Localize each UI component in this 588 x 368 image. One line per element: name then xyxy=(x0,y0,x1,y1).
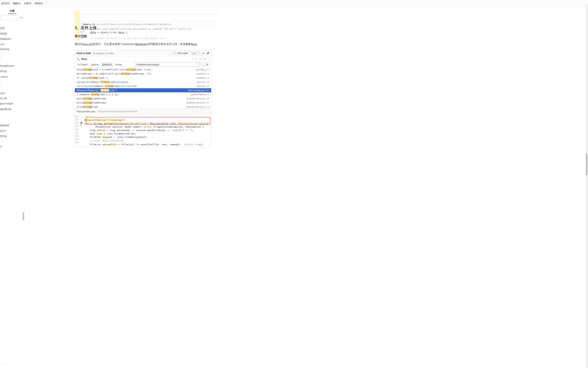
scrollbar-thumb[interactable] xyxy=(586,153,588,175)
outline-item[interactable]: XSS xyxy=(0,91,24,96)
filemask-combo[interactable]: *.java xyxy=(190,52,200,55)
outline-sidebar: 大纲 ✕ 流程 洞挖掘 件漏洞审计 .xml 反序列化 : 列化拿到shell … xyxy=(0,7,24,368)
section-body: 通过对pom.xml的审计，可以看出使用了commons-fileupload,… xyxy=(75,42,581,47)
menu-item-theme[interactable]: 主题(T) xyxy=(22,1,33,6)
find-in-path-panel: Find in Path 52 matches in 11 files File… xyxy=(75,50,211,147)
find-title: Find in Path xyxy=(77,52,91,55)
outline-item[interactable]: 序列化 xyxy=(0,134,24,139)
result-row[interactable]: extraParams = K.undef(self.extraFileUplo… xyxy=(75,72,211,76)
pin-icon[interactable]: 📌 xyxy=(206,52,209,55)
search-icon: 🔍 xyxy=(77,58,80,61)
outline-item[interactable]: 洞挖掘 xyxy=(0,31,24,36)
word-toggle[interactable]: W xyxy=(204,58,206,60)
outline-body: 流程 洞挖掘 件漏洞审计 .xml 反序列化 : 列化拿到shell 序列化 -… xyxy=(0,20,24,363)
outline-item[interactable]: 流程 xyxy=(0,26,24,31)
spring-icon: ⬤ @ xyxy=(80,122,82,126)
clear-icon[interactable]: × xyxy=(192,58,194,60)
link-fileup[interactable]: fileup xyxy=(191,43,197,46)
result-row[interactable]: allowFileUpload = K.undef(self.allowFile… xyxy=(75,67,211,72)
outline-item: : xyxy=(0,83,24,88)
result-row[interactable]: extraFileUploadParamskindeditor-all-min.… xyxy=(75,96,211,101)
code-line: // Attempt to parse using the native JSO… xyxy=(85,37,166,40)
gutter-line: 512 xyxy=(80,37,85,40)
preview-code: */@RequestMapping("fileupload")public St… xyxy=(82,114,212,147)
scope-tab-directory[interactable]: Directory xyxy=(101,63,113,66)
filemask-checkbox[interactable] xyxy=(174,52,176,54)
preview-filepath: src/main/java/cn/gson/oasys/controller/f… xyxy=(97,110,137,113)
text: ,则判断是否存在文件上传，全局搜索 xyxy=(147,43,191,46)
gutter-line: 510 xyxy=(80,31,85,34)
outline-item[interactable]: 列化拿到shell xyxy=(0,63,24,69)
vertical-scrollbar[interactable] xyxy=(586,4,588,368)
code-line: // Make sure leading/trailing whitespace… xyxy=(85,27,192,31)
scope-tab-module[interactable]: Module xyxy=(90,63,100,66)
link-pom-xml[interactable]: pom.xml xyxy=(83,43,93,46)
chevron-right-icon[interactable]: › xyxy=(6,364,8,367)
text: 的审计，可以看出使用了commons- xyxy=(93,43,135,46)
find-match-count: 52 matches in 11 files xyxy=(93,52,114,55)
result-row[interactable]: allowFileUploadkindeditor-all-min.js244 xyxy=(75,105,211,109)
result-row[interactable]: * commons-fileupload-1.2.1.jarjsp\README… xyxy=(75,92,211,96)
outline-tab[interactable]: 大纲 xyxy=(8,8,16,14)
close-icon[interactable]: ✕ xyxy=(19,16,23,19)
outline-item[interactable]: .xml xyxy=(0,42,24,47)
result-row[interactable]: extraFileUploadParamskindeditor-all-min.… xyxy=(75,101,211,105)
code-line: data = jQuery.trim( data ); xyxy=(85,31,128,34)
outline-item[interactable]: 计 xyxy=(0,144,24,149)
scope-tab-scope[interactable]: Scope xyxy=(114,63,123,66)
filemask-label: File mask: xyxy=(178,52,188,55)
outline-item: : xyxy=(0,55,24,60)
link-fileupload[interactable]: fileupload xyxy=(135,43,147,46)
menu-item-help[interactable]: 帮助(H) xyxy=(33,1,44,6)
tree-button[interactable]: ⊞ xyxy=(205,63,209,66)
result-row[interactable]: @RequestMapping("fileupload")FileControl… xyxy=(75,88,211,92)
results-list: allowFileUpload = K.undef(self.allowFile… xyxy=(75,67,211,109)
menubar: 格式(O) 视图(V) 主题(T) 帮助(H) xyxy=(0,0,588,7)
result-row[interactable]: <groupId>commons-fileupload</groupId>pom… xyxy=(75,80,211,84)
case-toggle[interactable]: Aa xyxy=(199,58,202,60)
outline-item[interactable]: ql注入 xyxy=(0,128,24,134)
outline-search-input[interactable] xyxy=(0,16,18,20)
menu-item-view[interactable]: 视图(V) xyxy=(11,1,22,6)
find-query-input[interactable] xyxy=(81,58,191,61)
editor-filepath: src/main/resources/static/plugins/kinded… xyxy=(97,23,171,26)
outline-item[interactable]: 的HTTP请求 xyxy=(0,101,24,107)
browse-button[interactable]: … xyxy=(200,63,205,66)
menu-item-format[interactable]: 格式(O) xyxy=(0,1,11,6)
preview-body: 126127128129130131132133134 ⬤ @ */@Reque… xyxy=(75,114,211,147)
result-row[interactable]: if (allowFileUpload) {insertfile.js70 xyxy=(75,76,211,80)
outline-item[interactable]: 序列化 xyxy=(0,69,24,74)
path-input[interactable]: D:\daima\oasys\oasys xyxy=(135,63,200,67)
scrollbar-thumb[interactable] xyxy=(23,212,24,220)
outline-item[interactable]: -sql注入 xyxy=(0,74,24,80)
history-icon[interactable]: ↻ xyxy=(195,58,197,60)
editor-tab: jquery.js src/main/resources/static/plug… xyxy=(80,21,218,27)
outline-item[interactable]: 件漏洞审计 xyxy=(0,36,24,42)
outline-item[interactable]: 漏洞验证 xyxy=(0,123,24,128)
regex-toggle[interactable]: .* xyxy=(208,58,209,60)
preview-gutter: 126127128129130131132133134 xyxy=(75,114,80,147)
section-file-upload: 3、文件上传 审计过程 通过对pom.xml的审计，可以看出使用了commons… xyxy=(75,25,581,147)
outline-item[interactable]: 件上传 xyxy=(0,96,24,101)
result-row[interactable]: <artifactId>commons-fileupload</artifact… xyxy=(75,84,211,88)
chevron-left-icon[interactable]: ‹ xyxy=(0,364,4,367)
content-column: jquery.js src/main/resources/static/plug… xyxy=(24,7,588,368)
text: 通过对 xyxy=(75,43,83,46)
filter-icon[interactable]: ▼ xyxy=(202,52,204,55)
preview-filename: FileController.java xyxy=(77,110,95,113)
scope-tab-project[interactable]: In Project xyxy=(77,63,89,66)
preview-icons: ⬤ @ xyxy=(80,114,82,147)
outline-item[interactable]: 描结果分析 xyxy=(0,107,24,112)
outline-item[interactable]: 反序列化 xyxy=(0,47,24,52)
outline-footer: ‹ › xyxy=(0,363,24,368)
code-editor-snippet: jquery.js src/main/resources/static/plug… xyxy=(75,10,219,14)
preview-header: FileController.java src/main/java/cn/gso… xyxy=(75,109,211,114)
